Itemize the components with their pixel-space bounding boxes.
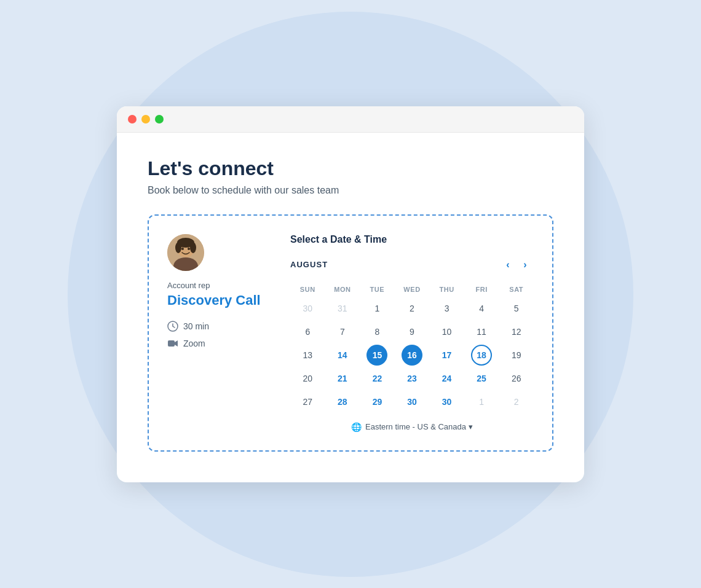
day-header-fri: FRI (464, 283, 499, 296)
cal-day-available[interactable]: 28 (332, 391, 353, 412)
cal-day-available[interactable]: 14 (332, 345, 353, 366)
page-subtitle: Book below to schedule with our sales te… (148, 185, 553, 196)
cal-day: 1 (471, 391, 492, 412)
cal-day: 30 (297, 298, 318, 319)
cal-day-available[interactable]: 25 (471, 368, 492, 389)
timezone-label: Eastern time - US & Canada (365, 422, 466, 431)
calendar-week-1: 30 31 1 2 3 4 5 (290, 298, 534, 319)
duration-row: 30 min (167, 321, 266, 332)
cal-day-selected-15[interactable]: 15 (366, 345, 387, 366)
day-header-thu: THU (429, 283, 464, 296)
cal-day: 27 (297, 391, 318, 412)
cal-day: 11 (471, 321, 492, 342)
avatar (167, 234, 204, 271)
cal-day: 3 (437, 298, 457, 319)
calendar-week-4: 20 21 22 23 24 25 26 (290, 368, 534, 389)
cal-day: 5 (506, 298, 527, 319)
clock-icon (167, 321, 178, 332)
calendar-week-2: 6 7 8 9 10 11 12 (290, 321, 534, 342)
cal-day: 12 (506, 321, 527, 342)
calendar-week-5: 27 28 29 30 30 1 2 (290, 391, 534, 412)
cal-day: 4 (471, 298, 492, 319)
left-panel: Account rep Discovery Call 30 min (167, 234, 266, 432)
cal-day: 6 (297, 321, 318, 342)
globe-icon: 🌐 (351, 422, 362, 432)
svg-point-4 (175, 242, 181, 253)
browser-window: Let's connect Book below to schedule wit… (117, 106, 584, 482)
cal-day-available[interactable]: 30 (437, 391, 457, 412)
day-header-row: SUN MON TUE WED THU FRI SAT (290, 283, 534, 296)
platform-row: Zoom (167, 338, 266, 349)
cal-day: 9 (402, 321, 422, 342)
cal-day: 8 (366, 321, 387, 342)
timezone-dropdown[interactable]: Eastern time - US & Canada ▾ (365, 422, 473, 431)
day-header-sun: SUN (290, 283, 325, 296)
cal-day-available[interactable]: 22 (366, 368, 387, 389)
month-label: AUGUST (290, 260, 499, 269)
call-title: Discovery Call (167, 292, 266, 308)
platform-label: Zoom (183, 339, 205, 348)
calendar-panel: Select a Date & Time AUGUST ‹ › SUN MON … (290, 234, 534, 432)
cal-day: 2 (402, 298, 422, 319)
calendar-week-3: 13 14 15 16 17 18 19 (290, 345, 534, 366)
minimize-dot[interactable] (141, 115, 150, 123)
cal-day: 20 (297, 368, 318, 389)
day-header-tue: TUE (360, 283, 395, 296)
cal-day: 26 (506, 368, 527, 389)
svg-rect-9 (168, 340, 175, 347)
cal-day: 10 (437, 321, 457, 342)
cal-day-available[interactable]: 24 (437, 368, 457, 389)
calendar-nav: AUGUST ‹ › (290, 256, 534, 273)
svg-point-7 (188, 248, 190, 250)
maximize-dot[interactable] (155, 115, 164, 123)
cal-day: 1 (366, 298, 387, 319)
svg-point-5 (190, 242, 196, 253)
cal-day-available[interactable]: 17 (437, 345, 457, 366)
cal-day: 19 (506, 345, 527, 366)
cal-day: 13 (297, 345, 318, 366)
close-dot[interactable] (128, 115, 137, 123)
prev-month-button[interactable]: ‹ (499, 256, 517, 273)
day-header-mon: MON (325, 283, 360, 296)
cal-day-selected-16[interactable]: 16 (402, 345, 422, 366)
calendar-section-label: Select a Date & Time (290, 234, 534, 245)
page-title: Let's connect (148, 157, 553, 180)
cal-day-selected-outline-18[interactable]: 18 (471, 345, 492, 366)
svg-point-6 (181, 248, 184, 250)
cal-day: 2 (506, 391, 527, 412)
day-header-wed: WED (395, 283, 430, 296)
cal-day-available[interactable]: 21 (332, 368, 353, 389)
calendar-grid: SUN MON TUE WED THU FRI SAT 30 31 (290, 283, 534, 412)
cal-day-available[interactable]: 29 (366, 391, 387, 412)
cal-day-available[interactable]: 23 (402, 368, 422, 389)
timezone-row: 🌐 Eastern time - US & Canada ▾ (290, 422, 534, 432)
cal-day: 7 (332, 321, 353, 342)
timezone-chevron-icon: ▾ (469, 422, 473, 431)
browser-content: Let's connect Book below to schedule wit… (117, 133, 584, 482)
day-header-sat: SAT (499, 283, 534, 296)
cal-day: 31 (332, 298, 353, 319)
zoom-icon (167, 338, 178, 349)
duration-label: 30 min (183, 321, 209, 331)
cal-day-available[interactable]: 30 (402, 391, 422, 412)
next-month-button[interactable]: › (517, 256, 534, 273)
booking-card: Account rep Discovery Call 30 min (148, 214, 553, 452)
browser-titlebar (117, 106, 584, 133)
background-circle: Let's connect Book below to schedule wit… (68, 12, 633, 577)
rep-label: Account rep (167, 281, 266, 290)
